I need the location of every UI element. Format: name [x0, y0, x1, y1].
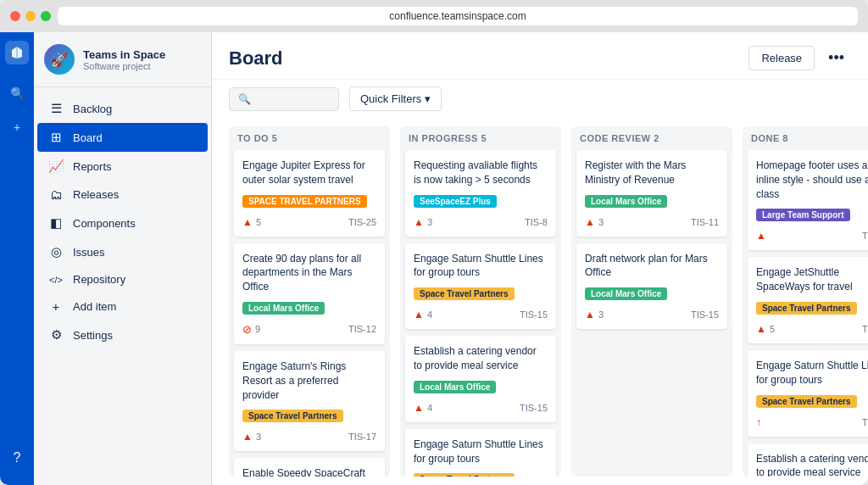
- card-inprogress-3[interactable]: Engage Saturn Shuttle Lines for group to…: [405, 429, 556, 477]
- card-footer: ⊘ 9 TIS-12: [242, 323, 376, 336]
- nav-item-issues[interactable]: ◎ Issues: [37, 237, 208, 266]
- releases-icon: 🗂: [47, 187, 64, 202]
- card-done-2[interactable]: Engage Saturn Shuttle Lines for group to…: [748, 350, 868, 437]
- search-icon: 🔍: [238, 93, 251, 105]
- card-todo-1[interactable]: Create 90 day plans for all departments …: [234, 243, 385, 344]
- card-done-0[interactable]: Homepage footer uses an inline style - s…: [748, 150, 868, 250]
- card-todo-2[interactable]: Engage Saturn's Rings Resort as a prefer…: [234, 351, 385, 451]
- card-todo-3[interactable]: Enable Speedy SpaceCraft as the preferre…: [234, 458, 385, 477]
- blocked-icon: ⊘: [242, 323, 252, 336]
- card-tag: Local Mars Office: [585, 195, 667, 208]
- card-tag: Local Mars Office: [414, 381, 496, 393]
- release-button[interactable]: Release: [748, 46, 815, 70]
- card-footer: ▲ 3 TIS-11: [585, 216, 719, 228]
- card-title: Engage Saturn Shuttle Lines for group to…: [756, 359, 868, 387]
- nav-sidebar: 🚀 Teams in Space Software project ☰ Back…: [34, 32, 212, 485]
- card-codereview-0[interactable]: Register with the Mars Ministry of Reven…: [576, 150, 727, 237]
- card-footer: ▲ 3 TIS-8: [414, 216, 548, 228]
- card-meta: ▲ 3: [242, 431, 261, 443]
- search-box[interactable]: 🔍: [229, 87, 339, 111]
- close-button[interactable]: [10, 11, 20, 21]
- quick-filters-chevron: ▾: [425, 92, 431, 105]
- nav-item-components[interactable]: ◧ Components: [37, 209, 208, 237]
- card-count: 9: [255, 324, 260, 334]
- browser-bar: confluence.teamsinspace.com: [0, 0, 868, 32]
- card-title: Enable Speedy SpaceCraft as the preferre…: [242, 466, 376, 477]
- card-footer: ▲ 4 TIS-15: [414, 309, 548, 321]
- priority-icon: ▲: [242, 216, 253, 228]
- icon-sidebar: 🔍 + ?: [0, 32, 34, 485]
- column-cards-inprogress: Requesting avaliable flights is now taki…: [400, 150, 561, 477]
- column-cards-todo: Engage Jupiter Express for outer solar s…: [229, 150, 390, 477]
- traffic-lights: [10, 11, 51, 21]
- priority-icon: ▲: [756, 323, 766, 335]
- ticket-id: TIS-15: [691, 309, 719, 320]
- minimize-button[interactable]: [25, 11, 36, 21]
- card-tag: Space Travel Partners: [414, 473, 515, 477]
- sidebar-icon-add[interactable]: +: [3, 114, 31, 141]
- nav-item-reports[interactable]: 📈 Reports: [37, 152, 208, 181]
- nav-label-components: Components: [73, 217, 136, 230]
- card-tag: Local Mars Office: [242, 302, 325, 315]
- backlog-icon: ☰: [47, 101, 64, 116]
- ticket-id: TIS-15: [520, 403, 548, 413]
- card-codereview-1[interactable]: Draft network plan for Mars Office Local…: [576, 243, 727, 330]
- card-done-3[interactable]: Establish a catering vendor to provide m…: [748, 443, 868, 477]
- card-tag: Space Travel Partners: [242, 410, 343, 422]
- fullscreen-button[interactable]: [41, 11, 51, 21]
- ticket-id: TIS-17: [348, 432, 376, 442]
- card-title: Engage Saturn Shuttle Lines for group to…: [414, 438, 548, 466]
- card-footer: ▲ 3 TIS-15: [585, 309, 719, 321]
- quick-filters-button[interactable]: Quick Filters ▾: [349, 86, 442, 111]
- card-footer: ▲ 5 TIS-25: [242, 216, 376, 228]
- board-area: TO DO 5 Engage Jupiter Express for outer…: [212, 118, 868, 485]
- project-header: 🚀 Teams in Space Software project: [34, 32, 211, 87]
- card-todo-0[interactable]: Engage Jupiter Express for outer solar s…: [234, 150, 385, 237]
- card-count: 3: [598, 217, 604, 227]
- app-logo[interactable]: [5, 41, 29, 64]
- url-bar[interactable]: confluence.teamsinspace.com: [58, 7, 858, 25]
- nav-item-settings[interactable]: ⚙ Settings: [37, 321, 208, 349]
- card-title: Homepage footer uses an inline style - s…: [756, 159, 868, 201]
- card-tag: Space Travel Partners: [756, 302, 857, 315]
- card-title: Engage Saturn Shuttle Lines for group to…: [414, 252, 548, 281]
- nav-label-repository: Repository: [73, 273, 125, 286]
- card-title: Register with the Mars Ministry of Reven…: [585, 159, 719, 187]
- card-count: 4: [427, 403, 432, 413]
- nav-item-backlog[interactable]: ☰ Backlog: [37, 94, 208, 123]
- more-options-button[interactable]: •••: [821, 46, 851, 70]
- browser-content: 🔍 + ? 🚀 Teams in Space Software project …: [0, 32, 868, 485]
- card-done-1[interactable]: Engage JetShuttle SpaceWays for travel S…: [748, 257, 868, 343]
- sidebar-icon-help[interactable]: ?: [3, 444, 31, 471]
- project-type: Software project: [83, 61, 201, 71]
- column-header-done: DONE 8: [743, 126, 868, 150]
- ticket-id: TIS-8: [525, 217, 548, 227]
- page-header: Board Release •••: [212, 32, 868, 80]
- sidebar-icon-search[interactable]: 🔍: [3, 80, 31, 107]
- card-meta: ↑: [756, 416, 761, 428]
- card-inprogress-0[interactable]: Requesting avaliable flights is now taki…: [405, 150, 556, 237]
- card-inprogress-2[interactable]: Establish a catering vendor to provide m…: [405, 336, 556, 422]
- toolbar: 🔍 Quick Filters ▾: [212, 80, 868, 118]
- card-count: 3: [598, 309, 604, 320]
- nav-item-add-item[interactable]: + Add item: [37, 293, 208, 321]
- nav-label-issues: Issues: [73, 246, 105, 259]
- nav-item-board[interactable]: ⊞ Board: [37, 123, 208, 152]
- card-inprogress-1[interactable]: Engage Saturn Shuttle Lines for group to…: [405, 243, 556, 330]
- card-count: 5: [256, 217, 261, 227]
- card-count: 3: [256, 432, 261, 442]
- nav-item-releases[interactable]: 🗂 Releases: [37, 181, 208, 209]
- board-icon: ⊞: [47, 130, 64, 145]
- nav-item-repository[interactable]: </> Repository: [37, 266, 208, 293]
- ticket-id: TIS-12: [348, 324, 376, 334]
- project-name: Teams in Space: [83, 48, 201, 61]
- nav-label-settings: Settings: [73, 329, 113, 342]
- card-title: Create 90 day plans for all departments …: [242, 252, 376, 294]
- card-title: Requesting avaliable flights is now taki…: [414, 159, 548, 187]
- column-header-todo: TO DO 5: [229, 126, 390, 150]
- settings-icon: ⚙: [47, 327, 64, 343]
- card-meta: ▲ 3: [585, 216, 604, 228]
- column-header-inprogress: IN PROGRESS 5: [400, 126, 561, 150]
- card-meta: ▲ 5: [756, 323, 775, 335]
- card-meta: ⊘ 9: [242, 323, 260, 336]
